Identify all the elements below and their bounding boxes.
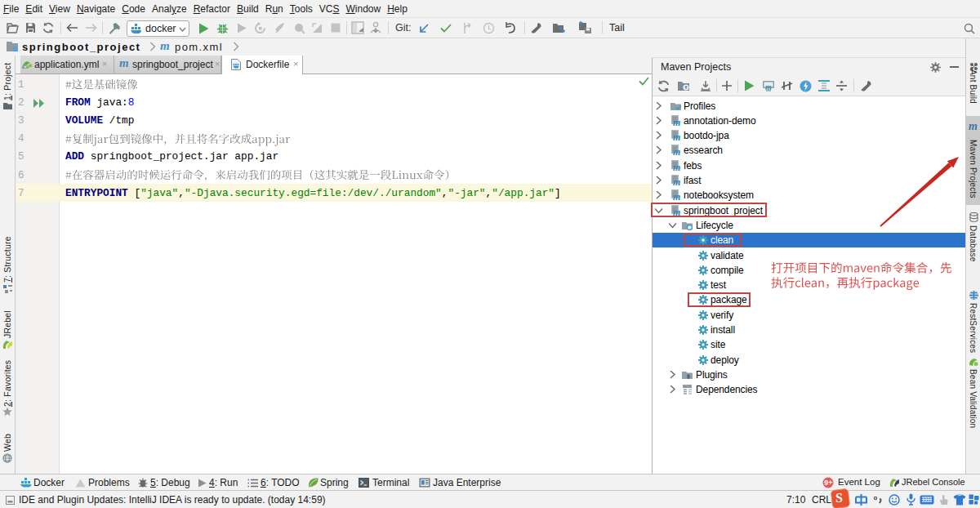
svg-text:m: m — [765, 82, 772, 91]
svg-text:9+: 9+ — [824, 479, 832, 487]
